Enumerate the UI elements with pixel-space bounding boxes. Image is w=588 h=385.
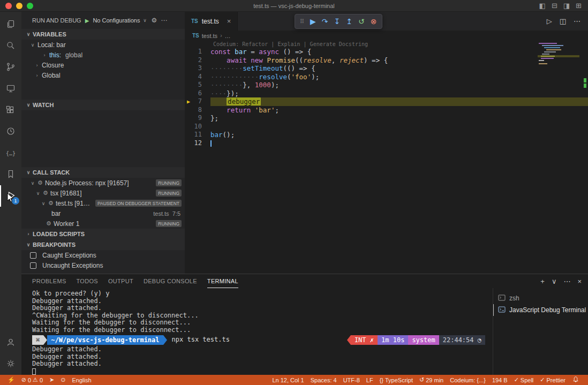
code-line[interactable]: ▶7 debugger: [185, 97, 588, 106]
code-line[interactable]: 10: [185, 123, 588, 131]
call-stack-section-header[interactable]: ∨ CALL STACK: [21, 167, 185, 178]
editor-more-actions-icon[interactable]: ⋯: [574, 17, 581, 25]
sidebar-item-bookmarks[interactable]: [0, 164, 21, 185]
terminal-instance-js-debug[interactable]: JavaScript Debug Terminal: [493, 304, 588, 316]
line-number[interactable]: 6: [185, 89, 210, 98]
sidebar-item-source-control[interactable]: [0, 57, 21, 78]
sidebar-item-snippets[interactable]: {…}: [0, 142, 21, 164]
step-into-button[interactable]: ↧: [334, 17, 341, 26]
stack-frame-row[interactable]: bar test.ts 7:5: [21, 208, 185, 218]
breakpoint-uncaught-exceptions[interactable]: Uncaught Exceptions: [21, 260, 185, 270]
accounts-button[interactable]: [0, 332, 21, 353]
minimap[interactable]: [538, 42, 581, 67]
remote-indicator[interactable]: ⚡: [4, 376, 18, 383]
eol[interactable]: LF: [363, 377, 376, 383]
variables-closure-row[interactable]: › Closure: [21, 60, 185, 70]
code-line[interactable]: 9};: [185, 114, 588, 123]
line-number[interactable]: 10: [185, 123, 210, 131]
variables-section-header[interactable]: ∨ VARIABLES: [21, 29, 185, 40]
start-debugging-button[interactable]: ▶: [85, 18, 89, 24]
close-tab-icon[interactable]: ×: [227, 17, 231, 25]
panel-more-actions-icon[interactable]: ⋯: [563, 277, 570, 285]
sidebar-item-remote-explorer[interactable]: [0, 78, 21, 100]
sidebar-item-extensions[interactable]: [0, 100, 21, 121]
code-editor[interactable]: Codeium: Refactor | Explain | Generate D…: [185, 41, 588, 274]
line-number[interactable]: 1: [185, 48, 210, 56]
split-editor-icon[interactable]: ◫: [560, 17, 566, 25]
code-line[interactable]: 6····});: [185, 89, 588, 98]
debug-configuration-dropdown[interactable]: No Configurations ∨: [93, 17, 147, 24]
tab-debug-console[interactable]: DEBUG CONSOLE: [144, 274, 197, 288]
settings-button[interactable]: [0, 353, 21, 375]
line-number[interactable]: 11: [185, 131, 210, 139]
tab-terminal[interactable]: TERMINAL: [207, 274, 238, 288]
problems-status[interactable]: ⊘0 ⚠0: [18, 376, 46, 383]
run-file-button[interactable]: ▷: [547, 17, 552, 25]
disconnect-button[interactable]: ⊗: [371, 17, 377, 26]
close-panel-icon[interactable]: ×: [577, 277, 582, 285]
notifications-bell[interactable]: [569, 376, 583, 384]
code-line[interactable]: 11bar();: [185, 131, 588, 139]
line-number[interactable]: ▶7: [185, 97, 210, 106]
breakpoint-caught-exceptions[interactable]: Caught Exceptions: [21, 250, 185, 260]
spell-status[interactable]: ✓Spell: [511, 376, 537, 383]
spell-language[interactable]: English: [69, 377, 95, 383]
terminal-instance-zsh[interactable]: zsh: [493, 292, 588, 304]
toggle-secondary-sidebar-icon[interactable]: ◨: [563, 2, 570, 10]
prettier-status[interactable]: ✓Prettier: [537, 376, 569, 383]
call-stack-row[interactable]: ⚙ Worker 1 RUNNING: [21, 218, 185, 229]
restart-button[interactable]: ↺: [358, 17, 365, 26]
terminal-output[interactable]: Ok to proceed? (y) yDebugger attached.De…: [21, 288, 493, 375]
code-line[interactable]: 1const bar = async () => {: [185, 48, 588, 56]
watch-section-header[interactable]: ∨ WATCH: [21, 100, 185, 110]
call-stack-row[interactable]: ∨ ⚙ tsx [91681] RUNNING: [21, 188, 185, 198]
sidebar-item-search[interactable]: [0, 35, 21, 57]
time-tracked[interactable]: ↺29 min: [416, 376, 447, 383]
tab-problems[interactable]: PROBLEMS: [32, 274, 66, 288]
code-line[interactable]: 12: [185, 139, 588, 148]
new-terminal-icon[interactable]: +: [540, 277, 545, 285]
uncaught-exceptions-checkbox[interactable]: [30, 262, 36, 269]
file-size[interactable]: 194 B: [489, 377, 511, 383]
encoding[interactable]: UTF-8: [340, 377, 363, 383]
codeium-status[interactable]: Codeium: {...}: [447, 377, 489, 383]
debug-settings-gear-icon[interactable]: ⚙: [151, 17, 157, 24]
code-line[interactable]: 2 await new Promise((resolve, reject) =>…: [185, 56, 588, 65]
line-number[interactable]: 12: [185, 139, 210, 148]
code-line[interactable]: 3········setTimeout(() => {: [185, 64, 588, 73]
toggle-primary-sidebar-icon[interactable]: ◧: [539, 2, 546, 10]
code-line[interactable]: 4············resolve('foo');: [185, 73, 588, 81]
caught-exceptions-checkbox[interactable]: [30, 252, 36, 259]
customize-layout-icon[interactable]: ⊞: [576, 2, 582, 10]
codeium-hint[interactable]: Codeium: Refactor | Explain | Generate D…: [213, 41, 588, 48]
line-number[interactable]: 9: [185, 114, 210, 123]
line-number[interactable]: 8: [185, 106, 210, 115]
step-over-button[interactable]: ↷: [322, 17, 328, 26]
preview-status[interactable]: ⊙: [57, 376, 69, 383]
sidebar-item-explorer[interactable]: [0, 14, 21, 35]
line-number[interactable]: 4: [185, 73, 210, 81]
language-mode[interactable]: {}TypeScript: [376, 377, 416, 383]
cursor-position[interactable]: Ln 12, Col 1: [269, 377, 307, 383]
code-line[interactable]: 5········}, 1000);: [185, 81, 588, 89]
variable-this-row[interactable]: › this: global: [21, 50, 185, 60]
variables-global-row[interactable]: › Global: [21, 70, 185, 80]
line-number[interactable]: 5: [185, 81, 210, 89]
zoom-window-button[interactable]: [27, 3, 33, 9]
call-stack-row[interactable]: ∨ ⚙ test.ts [91… PAUSED ON DEBUGGER STAT…: [21, 198, 185, 208]
variables-scope-row[interactable]: ∨ Local: bar: [21, 40, 185, 50]
tab-test-ts[interactable]: TS test.ts ×: [185, 12, 238, 31]
close-window-button[interactable]: [5, 3, 12, 9]
sidebar-item-history[interactable]: [0, 121, 21, 142]
call-stack-row[interactable]: ∨ ⚙ Node.js Process: npx [91657] RUNNING: [21, 178, 185, 188]
breadcrumb[interactable]: TS test.ts › …: [185, 31, 588, 41]
continue-button[interactable]: ▶: [310, 17, 316, 26]
terminal-profile-chevron-icon[interactable]: ∨: [552, 277, 557, 285]
sidebar-more-actions-icon[interactable]: ⋯: [161, 17, 167, 24]
code-line[interactable]: 8 return 'bar';: [185, 106, 588, 115]
line-number[interactable]: 3: [185, 64, 210, 73]
toolbar-drag-handle[interactable]: ⠿: [300, 18, 304, 25]
loaded-scripts-section-header[interactable]: › LOADED SCRIPTS: [21, 229, 185, 239]
line-number[interactable]: 2: [185, 56, 210, 65]
minimize-window-button[interactable]: [16, 3, 22, 9]
